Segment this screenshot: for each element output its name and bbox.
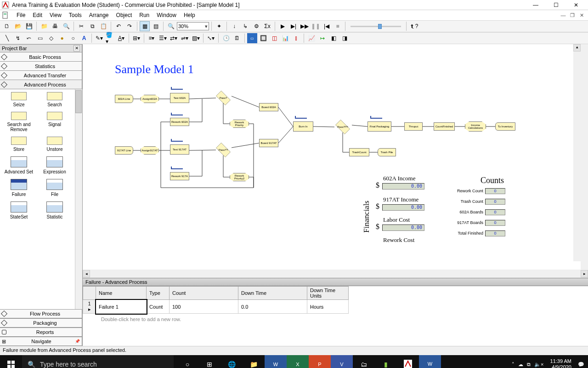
redo-button[interactable]: ↷ <box>124 21 135 31</box>
block-board602a[interactable]: Board 602A <box>259 103 278 111</box>
col-type[interactable]: Type <box>147 287 170 300</box>
expr-button[interactable]: ⚙ <box>251 21 261 31</box>
taskbar-excel[interactable]: X <box>287 355 309 368</box>
module-file[interactable]: File <box>37 179 73 197</box>
taskbar-app1[interactable]: 🗂 <box>353 355 375 368</box>
connect-down-button[interactable]: ↓ <box>229 21 239 31</box>
size-button[interactable]: ⤡▾ <box>206 33 216 43</box>
textcolor-button[interactable]: A▾ <box>116 33 126 43</box>
date-icon[interactable]: 🗓 <box>232 33 242 43</box>
chart-icon[interactable]: 📈 <box>306 33 317 43</box>
system-tray[interactable]: ˄ ☁ ⧉ 🔈× 11:39 AM 4/9/2020 💬 <box>508 358 588 368</box>
module-scrollbar[interactable] <box>75 89 82 309</box>
run-go-button[interactable]: ▶ <box>277 21 288 31</box>
module-search[interactable]: Search <box>37 92 73 107</box>
block-burnin[interactable]: Burn In <box>293 121 313 132</box>
panel-reports[interactable]: Reports <box>0 328 82 337</box>
zoom-combo[interactable]: 30%▾ <box>177 22 209 30</box>
connect-sub-button[interactable]: ↳ <box>240 21 250 31</box>
snap-button[interactable]: ✦ <box>214 21 224 31</box>
hist-icon[interactable]: 📊 <box>280 33 290 43</box>
open-button[interactable]: 📂 <box>13 21 23 31</box>
var-button[interactable]: ▭ <box>247 33 257 43</box>
panel-basic-process[interactable]: Basic Process <box>0 52 82 62</box>
preview-button[interactable]: 🔍 <box>61 21 71 31</box>
cell-count[interactable]: 100 <box>170 300 238 314</box>
cut-button[interactable]: ✂ <box>76 21 86 31</box>
taskbar-word2[interactable]: W <box>419 355 441 368</box>
block-rework-priority2[interactable]: Rework Priority2 <box>230 173 249 181</box>
menu-view[interactable]: View <box>46 11 65 19</box>
block-pass-decide[interactable]: Pass? <box>214 92 232 104</box>
panel-statistics[interactable]: Statistics <box>0 62 82 71</box>
line-tool[interactable]: ╲ <box>2 33 12 43</box>
arrow-green-icon[interactable]: ↦ <box>317 33 328 43</box>
block-countfinished[interactable]: CountFinished <box>434 122 455 131</box>
print-button[interactable]: 🖶 <box>50 21 60 31</box>
spreadsheet[interactable]: Name Type Count Down Time Down Time Unit… <box>83 286 588 346</box>
module-advanced-set[interactable]: Advanced Set <box>1 156 37 174</box>
undo-button[interactable]: ↶ <box>113 21 124 31</box>
block-test917[interactable]: Test 917AT <box>170 144 189 155</box>
block-assign917[interactable]: Assign917AT <box>141 146 159 155</box>
block-thruput[interactable]: Thruput <box>404 122 423 131</box>
openfolder-button[interactable]: 📁 <box>39 21 49 31</box>
run-step-button[interactable]: ▶| <box>288 21 299 31</box>
menu-edit[interactable]: Edit <box>29 11 46 19</box>
close-button[interactable]: ✕ <box>566 0 586 10</box>
start-button[interactable] <box>0 355 22 368</box>
speed-slider[interactable] <box>351 26 401 27</box>
block-rework-priority[interactable]: Rework Priority <box>230 120 249 128</box>
menu-object[interactable]: Object <box>113 11 136 19</box>
fillcolor-button[interactable]: 🪣▾ <box>105 33 115 43</box>
run-start-button[interactable]: |◀ <box>322 21 332 31</box>
cell-downtime[interactable]: 0.0 <box>238 300 307 314</box>
mdi-close-button[interactable]: ✕ <box>577 12 586 18</box>
taskbar-app2[interactable]: ▮ <box>375 355 397 368</box>
block-finalpack[interactable]: Final Packaging <box>368 121 391 132</box>
tray-onedrive-icon[interactable]: ☁ <box>518 362 523 368</box>
align-v-button[interactable]: ☰▾ <box>158 33 168 43</box>
canvas-hscroll[interactable]: ◂▸ <box>83 270 588 278</box>
cortana-icon[interactable]: ○ <box>176 355 198 368</box>
maximize-button[interactable]: ☐ <box>546 0 566 10</box>
paste-button[interactable]: 📋 <box>98 21 108 31</box>
taskbar-chrome[interactable]: 🌐 <box>220 355 243 368</box>
run-pause-button[interactable]: ❚❚ <box>311 21 321 31</box>
block-trashpile[interactable]: Trash Pile <box>378 148 396 156</box>
module-stateset[interactable]: StateSet <box>1 201 37 219</box>
mdi-minimize-button[interactable]: — <box>559 12 568 18</box>
polyline-tool[interactable]: ↯ <box>13 33 23 43</box>
block-board917[interactable]: Board 917AT <box>259 139 278 147</box>
menu-window[interactable]: Window <box>153 11 180 19</box>
taskbar-arena[interactable] <box>397 355 419 368</box>
copy-button[interactable]: ⧉ <box>87 21 97 31</box>
menu-file[interactable]: File <box>13 11 29 19</box>
col-count[interactable]: Count <box>170 287 238 300</box>
taskbar-explorer[interactable]: 📁 <box>243 355 265 368</box>
taskbar-search[interactable]: 🔍 Type here to search <box>22 355 174 368</box>
zoom-tool-button[interactable]: 🔍 <box>166 21 176 31</box>
tray-notifications-icon[interactable]: 💬 <box>578 362 584 368</box>
block-income[interactable]: Income Calculations <box>465 121 486 132</box>
tray-dropbox-icon[interactable]: ⧉ <box>527 362 531 368</box>
module-expression[interactable]: Expression <box>37 156 73 174</box>
menu-tools[interactable]: Tools <box>65 11 85 19</box>
run-stop-button[interactable]: ■ <box>333 21 343 31</box>
pattern-button[interactable]: ▨▾ <box>191 33 201 43</box>
panel-flow-process[interactable]: Flow Process <box>0 309 82 318</box>
help-pointer-button[interactable]: ⮬? <box>409 21 419 31</box>
minimize-button[interactable]: — <box>526 0 546 10</box>
module-signal[interactable]: Signal <box>37 112 73 132</box>
menu-run[interactable]: Run <box>136 11 153 19</box>
toggle-layers2-button[interactable]: ▤ <box>151 21 161 31</box>
module-unstore[interactable]: Unstore <box>37 137 73 152</box>
linecolor-button[interactable]: ✎▾ <box>94 33 104 43</box>
linestyle-button[interactable]: ⊞▾ <box>131 33 141 43</box>
level-icon[interactable]: ⫿ <box>291 33 301 43</box>
run-fast-button[interactable]: ▶▶ <box>300 21 310 31</box>
panel-advanced-transfer[interactable]: Advanced Transfer <box>0 71 82 80</box>
polygon-tool[interactable]: ◇ <box>46 33 56 43</box>
taskbar-word[interactable]: W <box>265 355 287 368</box>
tray-volume-icon[interactable]: 🔈× <box>534 362 543 368</box>
